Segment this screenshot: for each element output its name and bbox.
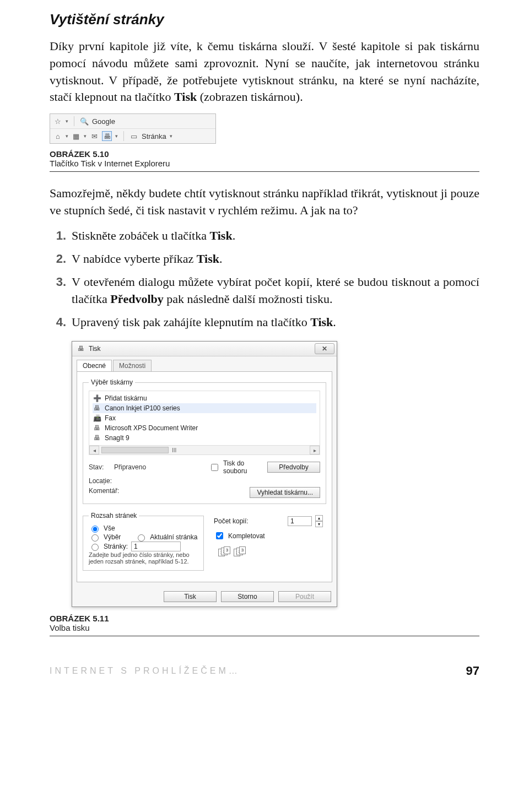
figure-5-10-caption: OBRÁZEK 5.10 Tlačítko Tisk v Internet Ex… bbox=[50, 149, 479, 172]
step-3: V otevřeném dialogu můžete vybírat počet… bbox=[72, 273, 479, 308]
collate-checkbox[interactable] bbox=[216, 532, 223, 539]
pages-hint: Zadejte buď jedno číslo stránky, nebo je… bbox=[89, 551, 198, 565]
cancel-button[interactable]: Storno bbox=[221, 591, 274, 602]
figure-text: Tlačítko Tisk v Internet Exploreru bbox=[50, 159, 170, 168]
footer-text: INTERNET S PROHLÍŽEČEM… bbox=[50, 666, 240, 676]
home-icon: ⌂ bbox=[53, 132, 62, 140]
intro-paragraph: Díky první kapitole již víte, k čemu tis… bbox=[50, 38, 479, 106]
tab-general[interactable]: Obecné bbox=[77, 360, 112, 371]
mid-paragraph: Samozřejmě, někdy budete chtít vytisknou… bbox=[50, 185, 479, 219]
chevron-down-icon: ▾ bbox=[84, 133, 87, 139]
figure-text: Volba tisku bbox=[50, 623, 90, 632]
step-1: Stiskněte zobáček u tlačítka Tisk. bbox=[72, 227, 479, 245]
printer-icon: 🖶 bbox=[93, 424, 101, 432]
printer-select-group: Výběr tiskárny ➕Přidat tiskárnu 🖶Canon I… bbox=[83, 378, 326, 504]
scroll-left-icon[interactable]: ◂ bbox=[89, 446, 99, 454]
copies-input[interactable]: 1 bbox=[288, 516, 312, 526]
print-dialog: 🖶Tisk ✕ Obecné Možnosti Výběr tiskárny ➕… bbox=[72, 341, 337, 607]
star-icon: ☆ bbox=[53, 117, 62, 126]
page-icon: ▭ bbox=[129, 132, 138, 140]
printer-icon: 🖶 bbox=[77, 344, 85, 353]
copies-row: Počet kopií: 1 ▴ ▾ bbox=[214, 515, 323, 527]
print-to-file-checkbox[interactable] bbox=[211, 464, 218, 471]
mail-icon: ✉ bbox=[90, 132, 99, 140]
printer-icon: 🖶 bbox=[93, 404, 101, 413]
status-row: Stav: Připraveno bbox=[89, 459, 200, 475]
rss-icon: ▦ bbox=[72, 132, 80, 140]
add-printer-icon: ➕ bbox=[93, 394, 101, 403]
apply-button[interactable]: Použít bbox=[278, 591, 331, 602]
comment-label: Komentář: bbox=[89, 487, 200, 498]
chevron-down-icon: ▾ bbox=[66, 133, 68, 139]
search-icon: 🔍 bbox=[80, 117, 89, 126]
page-range-legend: Rozsah stránek bbox=[89, 512, 139, 519]
page-footer: INTERNET S PROHLÍŽEČEM… 97 bbox=[50, 664, 479, 678]
dialog-title: Tisk bbox=[89, 345, 101, 353]
copies-down[interactable]: ▾ bbox=[315, 521, 323, 527]
intro-tail: (zobrazen tiskárnou). bbox=[197, 90, 303, 104]
chevron-down-icon: ▾ bbox=[115, 133, 118, 139]
close-button[interactable]: ✕ bbox=[315, 343, 334, 354]
page-menu-label: Stránka bbox=[142, 132, 166, 140]
printer-icon: 🖶 bbox=[93, 434, 101, 442]
section-heading: Vytištění stránky bbox=[50, 11, 479, 28]
scroll-right-icon[interactable]: ▸ bbox=[310, 446, 320, 454]
pages-input[interactable]: 1 bbox=[131, 542, 181, 551]
range-pages-radio[interactable] bbox=[91, 544, 99, 551]
preferences-button[interactable]: Předvolby bbox=[267, 462, 320, 473]
intro-bold: Tisk bbox=[174, 90, 197, 104]
figure-5-10-image: ☆▾ 🔍 Google ⌂▾ ▦▾ ✉ 🖶▾ ▭ Stránka ▾ bbox=[50, 113, 216, 144]
steps-list: Stiskněte zobáček u tlačítka Tisk. V nab… bbox=[50, 227, 479, 331]
page-range-group: Rozsah stránek Vše Výběr Aktuální stránk… bbox=[83, 512, 204, 571]
range-current-radio[interactable] bbox=[138, 534, 145, 542]
chevron-down-icon: ▾ bbox=[66, 118, 68, 124]
print-button[interactable]: Tisk bbox=[164, 591, 217, 602]
tab-options[interactable]: Možnosti bbox=[113, 360, 152, 371]
figure-label: OBRÁZEK 5.11 bbox=[50, 614, 109, 623]
chevron-down-icon: ▾ bbox=[170, 133, 172, 139]
printer-list[interactable]: ➕Přidat tiskárnu 🖶Canon Inkjet iP100 ser… bbox=[89, 391, 320, 446]
figure-5-11-caption: OBRÁZEK 5.11 Volba tisku bbox=[50, 614, 479, 636]
copies-up[interactable]: ▴ bbox=[315, 515, 323, 521]
print-icon: 🖶 bbox=[102, 131, 112, 141]
fax-icon: 📠 bbox=[93, 414, 101, 423]
step-4: Upravený tisk pak zahájíte klepnutím na … bbox=[72, 313, 479, 331]
search-text: Google bbox=[92, 117, 115, 126]
step-2: V nabídce vyberte příkaz Tisk. bbox=[72, 250, 479, 268]
dialog-titlebar: 🖶Tisk ✕ bbox=[72, 342, 337, 356]
range-all-radio[interactable] bbox=[91, 526, 99, 533]
figure-label: OBRÁZEK 5.10 bbox=[50, 149, 109, 159]
collate-icon: 123 123 bbox=[218, 546, 246, 556]
horizontal-scrollbar[interactable]: ◂ III ▸ bbox=[89, 446, 320, 455]
location-label: Locație: bbox=[89, 477, 200, 485]
find-printer-button[interactable]: Vyhledat tiskárnu... bbox=[250, 487, 320, 498]
to-file-row: Tisk do souboru Předvolby bbox=[209, 459, 320, 475]
printer-select-legend: Výběr tiskárny bbox=[89, 378, 135, 386]
page-number: 97 bbox=[466, 664, 479, 678]
range-selection-radio[interactable] bbox=[91, 534, 99, 542]
